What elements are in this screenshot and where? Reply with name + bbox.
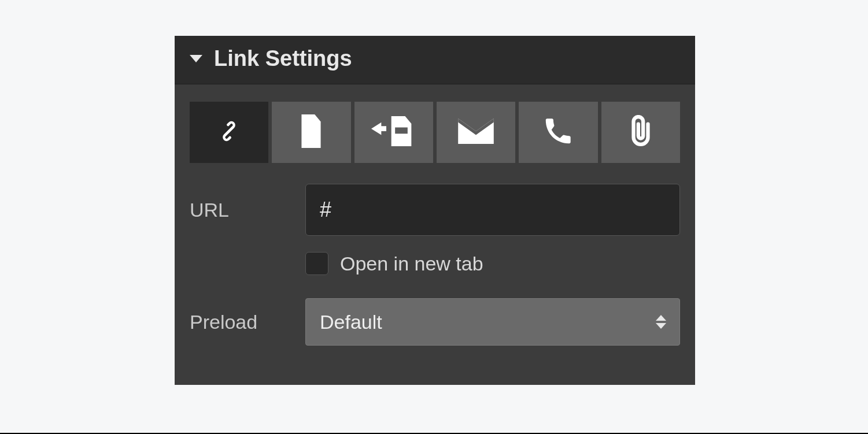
- email-icon: [458, 118, 494, 146]
- link-type-section[interactable]: [354, 102, 433, 163]
- link-icon: [213, 116, 245, 149]
- open-new-tab-checkbox[interactable]: [305, 252, 328, 275]
- open-new-tab-label: Open in new tab: [340, 253, 483, 275]
- preload-select[interactable]: Default: [305, 298, 680, 346]
- link-type-url[interactable]: [190, 102, 268, 163]
- page-section-icon: [371, 116, 416, 149]
- preload-label: Preload: [190, 311, 305, 333]
- link-type-email[interactable]: [437, 102, 515, 163]
- phone-icon: [544, 117, 572, 148]
- attachment-icon: [626, 115, 655, 150]
- page-icon: [297, 114, 326, 150]
- link-type-attachment[interactable]: [601, 102, 680, 163]
- preload-row: Preload Default: [190, 298, 680, 346]
- svg-rect-0: [395, 128, 408, 134]
- link-type-phone[interactable]: [519, 102, 597, 163]
- collapse-triangle-icon: [190, 55, 202, 62]
- link-type-page[interactable]: [272, 102, 350, 163]
- link-type-tabs: [190, 102, 680, 163]
- open-new-tab-row: Open in new tab: [305, 252, 680, 275]
- panel-title: Link Settings: [214, 46, 352, 71]
- panel-header[interactable]: Link Settings: [175, 36, 695, 84]
- panel-body: URL Open in new tab Preload Default: [175, 84, 695, 385]
- url-input[interactable]: [305, 184, 680, 236]
- link-settings-panel: Link Settings: [175, 36, 695, 385]
- preload-select-value: Default: [320, 311, 382, 333]
- url-label: URL: [190, 199, 305, 221]
- select-caret-icon: [656, 315, 666, 329]
- url-row: URL: [190, 184, 680, 236]
